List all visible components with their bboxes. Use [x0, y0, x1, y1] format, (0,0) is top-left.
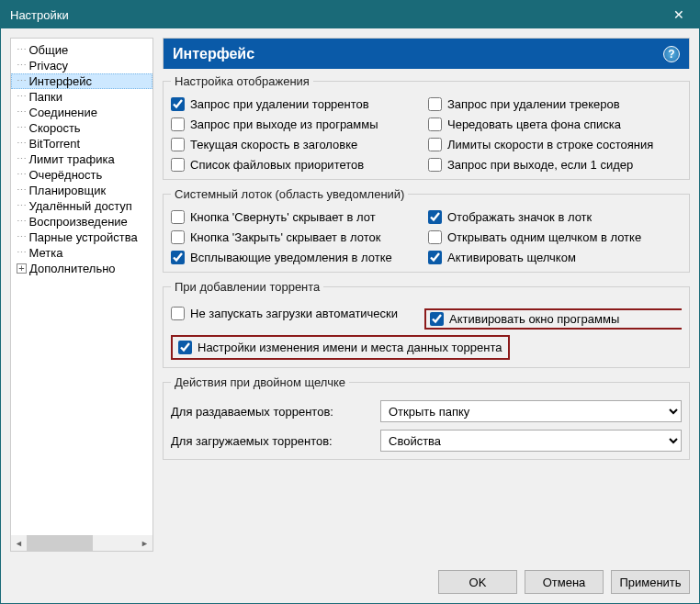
dropdown-seeding-select[interactable]: Открыть папку [380, 400, 682, 422]
checkbox-input[interactable] [430, 312, 444, 326]
dropdown-downloading-select[interactable]: Свойства [380, 430, 682, 452]
group-dblclick-legend: Действия при двойном щелчке [171, 375, 349, 389]
sidebar-item-10[interactable]: ⋯Удалённый доступ [11, 198, 152, 214]
checkbox-input[interactable] [171, 138, 185, 151]
tree-bullet-icon: ⋯ [17, 153, 27, 165]
help-icon[interactable]: ? [663, 46, 680, 62]
checkbox-input[interactable] [171, 117, 185, 131]
sidebar-item-12[interactable]: ⋯Парные устройства [11, 229, 152, 245]
checkbox-label[interactable]: Текущая скорость в заголовке [190, 138, 357, 151]
checkbox-label[interactable]: Активировать окно программы [449, 312, 619, 326]
checkbox-input[interactable] [428, 158, 442, 172]
checkbox-label[interactable]: Не запускать загрузки автоматически [190, 307, 398, 320]
tray-right-1[interactable]: Открывать одним щелчком в лотке [428, 230, 682, 244]
sidebar-item-label: Privacy [29, 59, 69, 73]
sidebar-item-label: Общие [29, 43, 69, 57]
checkbox-input[interactable] [428, 230, 442, 244]
tree-bullet-icon: ⋯ [17, 185, 27, 196]
sidebar-item-14[interactable]: +Дополнительно [11, 261, 152, 276]
checkbox-input[interactable] [428, 97, 442, 111]
checkbox-input[interactable] [428, 251, 442, 264]
checkbox-label[interactable]: Запрос при удалении трекеров [447, 97, 620, 111]
dropdown-label: Для раздаваемых торрентов: [171, 405, 373, 419]
checkbox-label[interactable]: Настройки изменения имени и места данных… [198, 341, 502, 354]
checkbox-label[interactable]: Кнопка 'Свернуть' скрывает в лот [190, 210, 376, 224]
checkbox-label[interactable]: Активировать щелчком [447, 251, 576, 264]
sidebar-item-7[interactable]: ⋯Лимит трафика [11, 151, 152, 167]
panel-header: Интерфейс ? [163, 38, 690, 69]
checkbox-label[interactable]: Лимиты скорости в строке состояния [447, 138, 653, 151]
dropdown-label: Для загружаемых торрентов: [171, 434, 373, 448]
checkbox-input[interactable] [428, 138, 442, 151]
checkbox-input[interactable] [171, 210, 185, 224]
tree-bullet-icon: ⋯ [17, 231, 27, 243]
scroll-left-arrow-icon[interactable]: ◄ [11, 535, 27, 551]
tree-bullet-icon: ⋯ [17, 91, 27, 103]
sidebar-item-1[interactable]: ⋯Privacy [11, 58, 152, 73]
highlight-rename-settings: Настройки изменения имени и места данных… [171, 335, 510, 360]
display-right-2[interactable]: Лимиты скорости в строке состояния [428, 138, 682, 151]
tray-right-0[interactable]: Отображать значок в лотк [428, 210, 682, 224]
display-left-0[interactable]: Запрос при удалении торрентов [171, 97, 424, 111]
group-display: Настройка отображения Запрос при удалени… [163, 74, 690, 180]
sidebar-item-13[interactable]: ⋯Метка [11, 245, 152, 261]
sidebar-item-8[interactable]: ⋯Очерёдность [11, 167, 152, 183]
display-left-3[interactable]: Список файловых приоритетов [171, 158, 424, 172]
sidebar-item-0[interactable]: ⋯Общие [11, 42, 152, 58]
checkbox-input[interactable] [171, 307, 185, 320]
checkbox-label[interactable]: Запрос при выходе, если 1 сидер [447, 158, 633, 172]
checkbox-label[interactable]: Кнопка 'Закрыть' скрывает в лоток [190, 230, 381, 244]
sidebar-item-label: Скорость [29, 121, 81, 135]
checkbox-input[interactable] [171, 158, 185, 172]
checkbox-label[interactable]: Всплывающие уведомления в лотке [190, 251, 392, 264]
sidebar-item-2[interactable]: ⋯Интерфейс [11, 73, 152, 89]
scroll-thumb[interactable] [27, 535, 93, 551]
display-left-1[interactable]: Запрос при выходе из программы [171, 117, 424, 131]
checkbox-label[interactable]: Открывать одним щелчком в лотке [447, 230, 641, 244]
ok-button[interactable]: OK [438, 570, 517, 594]
display-left-2[interactable]: Текущая скорость в заголовке [171, 138, 424, 151]
checkbox-rename-settings[interactable]: Настройки изменения имени и места данных… [178, 341, 502, 354]
checkbox-input[interactable] [428, 210, 442, 224]
horizontal-scrollbar[interactable]: ◄ ► [11, 535, 152, 551]
tray-left-0[interactable]: Кнопка 'Свернуть' скрывает в лот [171, 210, 424, 224]
sidebar: ⋯Общие⋯Privacy⋯Интерфейс⋯Папки⋯Соединени… [10, 38, 153, 552]
checkbox-label[interactable]: Запрос при выходе из программы [190, 117, 378, 131]
sidebar-item-5[interactable]: ⋯Скорость [11, 120, 152, 136]
sidebar-item-3[interactable]: ⋯Папки [11, 89, 152, 105]
checkbox-input[interactable] [428, 117, 442, 131]
display-right-0[interactable]: Запрос при удалении трекеров [428, 97, 682, 111]
checkbox-label[interactable]: Запрос при удалении торрентов [190, 97, 369, 111]
checkbox-input[interactable] [171, 251, 185, 264]
checkbox-input[interactable] [171, 97, 185, 111]
tree-bullet-icon: ⋯ [17, 75, 27, 87]
sidebar-item-9[interactable]: ⋯Планировщик [11, 183, 152, 198]
dropdown-downloading: Для загружаемых торрентов: Свойства [171, 430, 682, 452]
apply-button[interactable]: Применить [611, 570, 690, 594]
main-panel: Интерфейс ? Настройка отображения Запрос… [163, 38, 690, 552]
sidebar-item-4[interactable]: ⋯Соединение [11, 105, 152, 120]
expand-icon[interactable]: + [17, 263, 27, 274]
checkbox-label[interactable]: Список файловых приоритетов [190, 158, 364, 172]
tree-bullet-icon: ⋯ [17, 247, 27, 259]
checkbox-activate-window[interactable]: Активировать окно программы [430, 312, 619, 326]
tray-left-2[interactable]: Всплывающие уведомления в лотке [171, 251, 424, 264]
dropdown-seeding: Для раздаваемых торрентов: Открыть папку [171, 400, 682, 422]
display-right-1[interactable]: Чередовать цвета фона списка [428, 117, 682, 131]
sidebar-item-6[interactable]: ⋯BitTorrent [11, 136, 152, 151]
close-button[interactable]: ✕ [658, 1, 699, 28]
tray-left-1[interactable]: Кнопка 'Закрыть' скрывает в лоток [171, 230, 424, 244]
checkbox-no-autostart[interactable]: Не запускать загрузки автоматически [171, 307, 424, 320]
sidebar-item-11[interactable]: ⋯Воспроизведение [11, 214, 152, 229]
checkbox-input[interactable] [171, 230, 185, 244]
display-right-3[interactable]: Запрос при выходе, если 1 сидер [428, 158, 682, 172]
scroll-right-arrow-icon[interactable]: ► [137, 535, 152, 551]
tray-right-2[interactable]: Активировать щелчком [428, 251, 682, 264]
checkbox-input[interactable] [178, 341, 192, 354]
checkbox-label[interactable]: Отображать значок в лотк [447, 210, 592, 224]
tree-bullet-icon: ⋯ [17, 44, 27, 56]
checkbox-label[interactable]: Чередовать цвета фона списка [447, 117, 621, 131]
scroll-track[interactable] [27, 535, 137, 551]
tree-bullet-icon: ⋯ [17, 169, 27, 181]
cancel-button[interactable]: Отмена [525, 570, 604, 594]
